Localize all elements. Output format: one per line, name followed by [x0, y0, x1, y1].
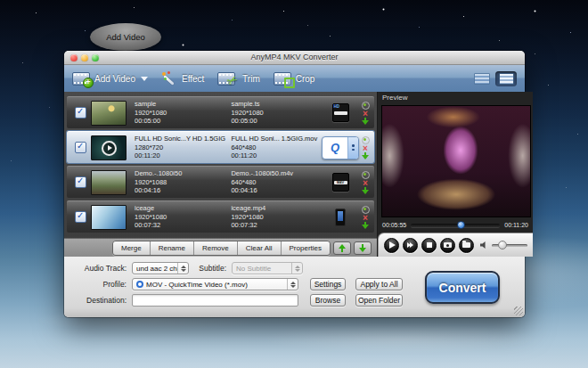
delete-icon[interactable]	[363, 110, 368, 117]
list-view-button[interactable]	[495, 71, 517, 86]
table-row[interactable]: Demo.-.1080i50 1920*1088 00:04:16 Demo.-…	[67, 166, 374, 198]
row-actions	[360, 206, 371, 229]
open-snapshot-folder-button[interactable]	[459, 238, 474, 253]
move-down-icon[interactable]	[362, 187, 369, 194]
quicktime-format-button[interactable]: Q	[322, 136, 359, 159]
convert-button[interactable]: Convert	[425, 271, 500, 304]
volume-slider-thumb[interactable]	[498, 241, 507, 249]
stepper-icon	[287, 279, 298, 290]
title-bar[interactable]: AnyMP4 MKV Converter	[64, 51, 525, 65]
output-resolution: 640*480	[231, 143, 321, 152]
source-duration: 00:11:20	[135, 151, 229, 160]
audio-track-label: Audio Track:	[64, 264, 127, 273]
badge-text: HD	[334, 104, 340, 109]
output-resolution: 1920*1080	[231, 213, 321, 222]
audio-track-value: und aac 2 channels	[136, 265, 177, 273]
play-overlay-icon[interactable]	[102, 141, 117, 156]
volume-slider[interactable]	[492, 244, 527, 247]
stepper-icon	[177, 263, 188, 274]
iphone-badge-icon	[335, 209, 346, 226]
table-row[interactable]: sample 1920*1080 00:05:00 sample.ts 1920…	[67, 96, 374, 128]
quicktime-icon	[136, 281, 143, 288]
add-video-tooltip: Add Video	[90, 23, 161, 51]
play-button[interactable]	[384, 238, 399, 253]
gear-icon[interactable]	[362, 136, 370, 144]
profile-label: Profile:	[64, 280, 127, 289]
move-down-icon[interactable]	[362, 118, 369, 125]
table-row-selected[interactable]: FULL HD Sonic...Y HD 1.5GIG 1280*720 00:…	[67, 131, 374, 163]
move-down-button[interactable]	[354, 241, 372, 255]
output-duration: 00:05:00	[231, 117, 321, 126]
output-name: FULL HD Soni... 1.5GIG.mov	[231, 135, 321, 143]
destination-label: Destination:	[64, 296, 127, 305]
delete-icon[interactable]	[363, 145, 368, 151]
source-name: sample	[135, 100, 229, 109]
gear-icon[interactable]	[362, 102, 370, 110]
move-down-icon[interactable]	[362, 222, 369, 229]
merge-button[interactable]: Merge	[113, 241, 151, 255]
profile-select[interactable]: MOV - QuickTime Video (*.mov)	[132, 278, 298, 290]
stop-icon	[427, 242, 432, 248]
seek-slider-thumb[interactable]	[457, 221, 465, 229]
stop-button[interactable]	[421, 238, 437, 253]
up-arrow-icon	[339, 244, 347, 252]
row-checkbox[interactable]	[75, 211, 86, 223]
gear-icon[interactable]	[362, 206, 370, 214]
seek-slider[interactable]	[411, 224, 500, 227]
browse-button[interactable]: Browse	[310, 294, 346, 307]
gear-icon[interactable]	[362, 171, 370, 179]
list-actions-bar: Merge Rename Remove Clear All Properties	[64, 238, 377, 257]
file-list: sample 1920*1080 00:05:00 sample.ts 1920…	[64, 92, 377, 238]
down-arrow-icon	[359, 244, 367, 252]
trim-button[interactable]: ✂ Trim	[217, 70, 259, 86]
quicktime-q-icon: Q	[323, 137, 347, 159]
move-down-icon[interactable]	[362, 152, 369, 159]
add-video-label: Add Video	[94, 74, 135, 84]
apply-to-all-button[interactable]: Apply to All	[355, 278, 403, 290]
clear-all-button[interactable]: Clear All	[238, 241, 282, 255]
move-up-button[interactable]	[333, 241, 351, 255]
output-info: FULL HD Soni... 1.5GIG.mov 640*480 00:11…	[231, 135, 321, 160]
snapshot-button[interactable]	[440, 238, 455, 253]
row-actions	[360, 102, 371, 125]
rename-button[interactable]: Rename	[151, 241, 194, 255]
properties-button[interactable]: Properties	[282, 241, 330, 255]
row-checkbox[interactable]	[75, 176, 86, 188]
fast-forward-button[interactable]	[403, 238, 418, 253]
hd-ts-badge-icon: HD	[332, 103, 349, 122]
source-duration: 00:04:16	[135, 186, 229, 195]
format-slot	[321, 209, 360, 226]
source-resolution: 1920*1080	[135, 109, 229, 118]
delete-icon[interactable]	[363, 180, 368, 186]
crop-button[interactable]: Crop	[274, 72, 315, 86]
row-checkbox[interactable]	[75, 142, 86, 153]
crop-frame-icon	[284, 78, 295, 88]
effect-button[interactable]: Effect	[161, 72, 204, 86]
add-video-icon	[72, 72, 90, 86]
format-dropdown-icon[interactable]	[347, 137, 358, 159]
audio-track-select[interactable]: und aac 2 channels	[132, 262, 189, 274]
seek-bar: 00:05:55 00:11:20	[378, 217, 533, 233]
main-content: sample 1920*1080 00:05:00 sample.ts 1920…	[64, 92, 525, 257]
source-info: iceage 1920*1080 00:07:32	[135, 204, 229, 230]
row-actions	[360, 171, 371, 194]
open-folder-button[interactable]: Open Folder	[355, 294, 403, 307]
add-video-button[interactable]: Add Video	[72, 72, 148, 86]
plus-icon	[83, 78, 94, 88]
detail-view-icon[interactable]	[474, 73, 490, 85]
destination-input[interactable]	[132, 294, 298, 307]
delete-icon[interactable]	[363, 215, 368, 221]
profile-value: MOV - QuickTime Video (*.mov)	[146, 281, 287, 289]
preview-panel: Preview 00:05:55 00:11:20	[377, 92, 533, 257]
source-info: Demo.-.1080i50 1920*1088 00:04:16	[135, 169, 229, 195]
settings-button[interactable]: Settings	[310, 278, 346, 290]
remove-button[interactable]: Remove	[194, 241, 238, 255]
resize-grip[interactable]	[514, 307, 523, 315]
m4v-badge-icon: M4V	[332, 173, 349, 192]
file-list-panel: sample 1920*1080 00:05:00 sample.ts 1920…	[64, 92, 377, 257]
table-row[interactable]: iceage 1920*1080 00:07:32 iceage.mp4 192…	[67, 200, 374, 233]
toolbar: Add Video Effect ✂ Trim Crop	[64, 65, 525, 93]
output-resolution: 1920*1080	[231, 109, 321, 118]
crop-label: Crop	[296, 74, 315, 84]
row-checkbox[interactable]	[75, 107, 86, 119]
